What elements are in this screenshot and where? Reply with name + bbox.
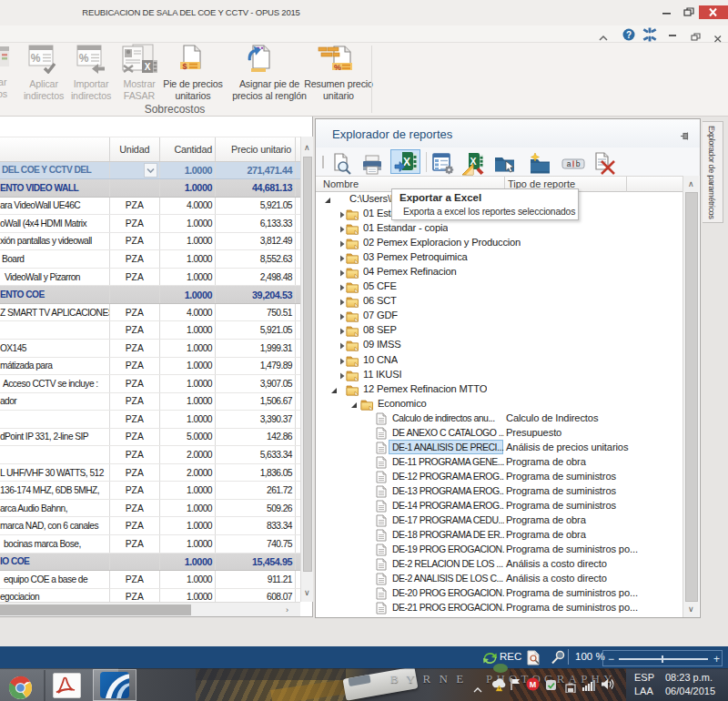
svg-text:$: $ [182,62,187,71]
svg-text:%: % [79,52,89,65]
svg-text:%: % [334,63,341,72]
svg-text:X: X [145,62,151,72]
svg-text:a: a [567,159,571,168]
svg-text:b: b [576,159,581,168]
svg-text:M: M [530,680,537,689]
svg-text:%: % [31,52,41,65]
svg-text:?: ? [626,30,632,40]
